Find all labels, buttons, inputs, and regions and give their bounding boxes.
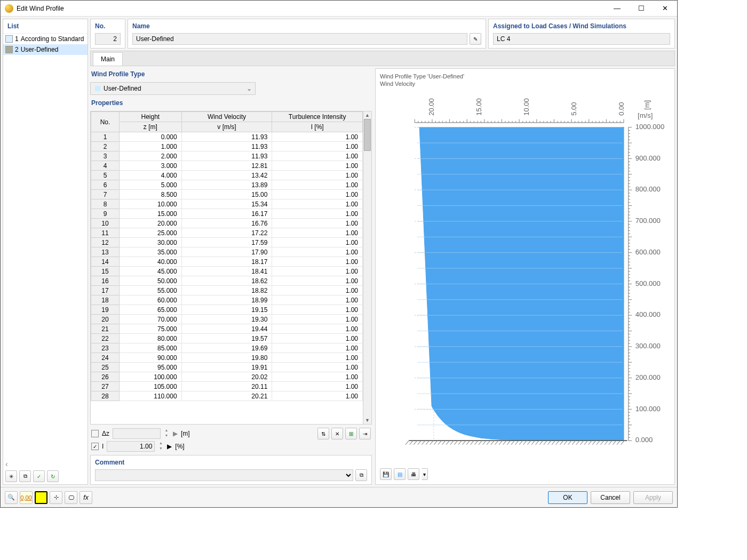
svg-line-219 [406, 441, 409, 445]
refresh-button[interactable]: ↻ [47, 470, 59, 482]
copy-item-button[interactable]: ⧉ [19, 470, 31, 482]
new-item-button[interactable]: ✳ [5, 470, 17, 482]
col-height[interactable]: Height [120, 112, 182, 122]
table-row[interactable]: 2070.00019.301.00 [91, 315, 363, 324]
comment-combo[interactable] [95, 469, 353, 481]
svg-line-241 [495, 441, 498, 445]
svg-line-230 [450, 441, 454, 445]
col-velocity[interactable]: Wind Velocity [181, 112, 272, 122]
table-row[interactable]: 78.50015.001.00 [91, 190, 363, 199]
import-button[interactable]: ⇥ [359, 428, 371, 439]
dz-checkbox[interactable] [91, 430, 99, 437]
svg-line-243 [503, 441, 507, 445]
svg-line-256 [556, 441, 560, 445]
svg-text:700.000: 700.000 [635, 217, 661, 225]
swatch-icon [95, 86, 100, 91]
table-row[interactable]: 2280.00019.571.00 [91, 334, 363, 343]
table-row[interactable]: 810.00015.341.00 [91, 199, 363, 209]
chart-export-button[interactable]: 💾 [380, 468, 392, 480]
table-row[interactable]: 915.00016.171.00 [91, 209, 363, 219]
wptype-combo[interactable]: User-Defined ⌄ [90, 82, 256, 95]
table-row[interactable]: 2385.00019.691.00 [91, 343, 363, 353]
i-input[interactable] [107, 441, 155, 452]
table-row[interactable]: 2490.00019.801.00 [91, 353, 363, 363]
sort-button[interactable]: ⇅ [317, 428, 329, 439]
svg-text:900.000: 900.000 [635, 154, 661, 162]
svg-line-240 [491, 441, 495, 445]
chart-view-button[interactable]: ▤ [394, 468, 406, 480]
edit-name-button[interactable]: ✎ [470, 33, 481, 45]
svg-text:0.00: 0.00 [617, 102, 625, 115]
scroll-up-icon[interactable]: ▲ [363, 111, 371, 119]
maximize-button[interactable]: ☐ [629, 1, 653, 16]
tab-main[interactable]: Main [93, 52, 123, 66]
svg-line-233 [462, 441, 466, 445]
assign-input[interactable] [493, 33, 670, 45]
no-input[interactable] [95, 33, 121, 45]
table-row[interactable]: 1860.00018.991.00 [91, 295, 363, 305]
table-row[interactable]: 1125.00017.221.00 [91, 228, 363, 238]
table-row[interactable]: 1965.00019.151.00 [91, 305, 363, 315]
svg-line-239 [487, 441, 490, 445]
scroll-left-icon[interactable]: ‹ [5, 460, 8, 468]
swatch-icon [5, 46, 13, 53]
close-button[interactable]: ✕ [653, 1, 677, 16]
table-row[interactable]: 27105.00020.111.00 [91, 382, 363, 391]
dz-input[interactable] [113, 428, 161, 439]
table-row[interactable]: 2595.00019.911.00 [91, 363, 363, 372]
table-scrollbar[interactable]: ▲ ▼ [363, 111, 371, 424]
list-item-2[interactable]: 2User-Defined [3, 44, 88, 55]
table-row[interactable]: 1755.00018.821.00 [91, 286, 363, 295]
ok-button[interactable]: OK [548, 491, 587, 504]
cancel-button[interactable]: Cancel [591, 491, 630, 504]
svg-text:15.00: 15.00 [475, 98, 483, 116]
minimize-button[interactable]: — [605, 1, 629, 16]
table-row[interactable]: 28110.00020.211.00 [91, 391, 363, 401]
table-row[interactable]: 10.00011.931.00 [91, 132, 363, 142]
svg-text:400.000: 400.000 [635, 310, 661, 318]
color-button[interactable] [35, 491, 47, 504]
table-row[interactable]: 1020.00016.761.00 [91, 219, 363, 228]
table-row[interactable]: 21.00011.931.00 [91, 142, 363, 151]
svg-line-222 [418, 441, 422, 445]
table-row[interactable]: 1440.00018.171.00 [91, 257, 363, 267]
help-button[interactable]: 🔍 [5, 491, 18, 504]
chart-print-menu[interactable]: ▾ [422, 468, 428, 480]
table-row[interactable]: 65.00013.891.00 [91, 180, 363, 190]
delete-row-button[interactable]: ✕ [331, 428, 343, 439]
table-row[interactable]: 26100.00020.021.00 [91, 372, 363, 382]
col-turb[interactable]: Turbulence Intensity [272, 112, 363, 122]
units-button[interactable]: 0,00 [20, 491, 33, 504]
apply-button[interactable]: Apply [633, 491, 673, 504]
table-row[interactable]: 43.00012.811.00 [91, 161, 363, 171]
table-row[interactable]: 1230.00017.591.00 [91, 238, 363, 247]
name-input[interactable] [132, 33, 467, 45]
table-row[interactable]: 32.00011.931.00 [91, 151, 363, 161]
chart-print-button[interactable]: 🖶 [408, 468, 419, 480]
svg-line-264 [589, 441, 592, 445]
svg-line-255 [552, 441, 555, 445]
list-item-1[interactable]: 1According to Standard [3, 34, 88, 44]
svg-text:500.000: 500.000 [635, 279, 661, 287]
svg-line-238 [483, 441, 487, 445]
svg-line-235 [471, 441, 474, 445]
scroll-down-icon[interactable]: ▼ [363, 417, 371, 424]
comment-pick-button[interactable]: ⧉ [355, 469, 367, 481]
table-row[interactable]: 54.00013.421.00 [91, 171, 363, 180]
excel-export-button[interactable]: ⊞ [345, 428, 357, 439]
no-label: No. [95, 22, 121, 30]
check-button[interactable]: ✓ [33, 470, 45, 482]
axes-button[interactable]: ⊹ [50, 491, 62, 504]
table-row[interactable]: 1650.00018.621.00 [91, 276, 363, 286]
properties-table[interactable]: No. Height Wind Velocity Turbulence Inte… [91, 111, 363, 424]
svg-line-266 [597, 441, 600, 445]
table-row[interactable]: 1545.00018.411.00 [91, 267, 363, 276]
table-row[interactable]: 1335.00017.901.00 [91, 247, 363, 257]
chart-subtitle: Wind Velocity [380, 81, 670, 87]
table-row[interactable]: 2175.00019.441.00 [91, 324, 363, 334]
function-button[interactable]: fx [80, 491, 92, 504]
i-checkbox[interactable]: ✓ [91, 443, 99, 450]
col-no[interactable]: No. [91, 112, 120, 132]
display-button[interactable]: 🖵 [65, 491, 77, 504]
scrollbar-thumb[interactable] [364, 119, 371, 151]
